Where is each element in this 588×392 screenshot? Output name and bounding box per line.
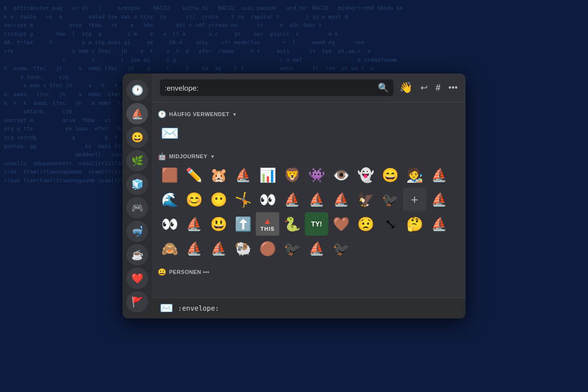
emoji-cell[interactable]: 🧑‍🎨 — [403, 163, 426, 187]
footer-emoji-label: :envelope: — [178, 304, 219, 312]
emoji-content: 🕐HÄUFIG VERWENDET▾✉️🤖MIDJOURNEY▾🟫✏️🐹⛵📊🦁👾… — [152, 102, 466, 297]
emoji-cell[interactable]: 🦁 — [280, 163, 304, 187]
emoji-cell[interactable]: ▲THIS — [256, 212, 279, 236]
section-header-midjourney[interactable]: 🤖MIDJOURNEY▾ — [158, 148, 460, 163]
emoji-cell[interactable]: 📊 — [256, 163, 279, 187]
emoji-cell[interactable]: 😄 — [378, 163, 402, 187]
section-label-haufig-verwendet: HÄUFIG VERWENDET — [169, 111, 229, 117]
emoji-cell[interactable]: 🙈 — [158, 237, 181, 260]
emoji-cell[interactable]: 👾 — [305, 163, 328, 187]
emoji-cell[interactable]: ⛵ — [182, 212, 206, 236]
emoji-cell[interactable]: 🦅 — [354, 188, 377, 211]
emoji-cell[interactable]: 🟤 — [256, 237, 279, 260]
emoji-cell[interactable]: 🐹 — [207, 163, 230, 187]
emoji-cell[interactable]: ⛵ — [427, 163, 451, 187]
emoji-cell[interactable]: ⛵ — [207, 237, 230, 260]
search-bar: 🔍 👋 ↩ # ••• — [152, 74, 466, 102]
emoji-cell[interactable]: ⬆️ — [231, 212, 255, 236]
emoji-sidebar: 🕐⛵😀🌿🧊🎮🤿☕❤️🚩 — [122, 74, 152, 318]
emoji-cell[interactable]: ⛵ — [182, 237, 206, 260]
emoji-cell[interactable]: 🌊 — [158, 188, 181, 211]
section-icon-personen: 😀 — [158, 268, 166, 276]
gamepad-icon[interactable]: 🎮 — [126, 197, 148, 219]
emoji-cell[interactable]: ⛵ — [305, 188, 328, 211]
emoji-cell[interactable]: ✏️ — [182, 163, 206, 187]
sail-icon[interactable]: ⛵ — [126, 103, 148, 124]
emoji-cell[interactable]: 🤸 — [231, 188, 255, 211]
section-label-personen: PERSONEN ••• — [169, 269, 209, 275]
emoji-cell[interactable]: 🐦‍⬛ — [378, 188, 402, 211]
emoji-cell[interactable]: 🤔 — [403, 212, 426, 236]
emoji-cell[interactable]: ⛵ — [329, 188, 353, 211]
emoji-cell[interactable]: ⛵ — [280, 188, 304, 211]
emoji-cell[interactable]: ⛵ — [305, 237, 328, 260]
section-header-personen[interactable]: 😀PERSONEN ••• — [158, 264, 460, 279]
emoji-cell[interactable]: 😊 — [182, 188, 206, 211]
emoji-cell[interactable]: ⛵ — [427, 188, 451, 211]
emoji-main-panel: 🔍 👋 ↩ # ••• 🕐HÄUFIG VERWENDET▾✉️🤖MIDJOUR… — [152, 74, 466, 318]
emoji-cell[interactable]: 😟 — [354, 212, 377, 236]
search-input-wrap[interactable]: 🔍 — [160, 79, 393, 96]
emoji-cell[interactable]: 😃 — [207, 212, 230, 236]
emoji-cell[interactable]: ✉️ — [158, 121, 181, 145]
emoji-cell[interactable]: ⛵ — [231, 163, 255, 187]
emoji-cell[interactable]: 🐏 — [231, 237, 255, 260]
emoji-cell[interactable]: + — [403, 188, 426, 211]
section-icon-haufig-verwendet: 🕐 — [158, 110, 166, 118]
leaf-icon[interactable]: 🌿 — [126, 150, 148, 172]
emoji-picker-modal: 🕐⛵😀🌿🧊🎮🤿☕❤️🚩 🔍 👋 ↩ # ••• 🕐HÄUFIG VERWENDE… — [122, 74, 466, 318]
emoji-cell[interactable]: 🟫 — [158, 163, 181, 187]
section-chevron-haufig-verwendet: ▾ — [233, 111, 236, 118]
emoji-cell[interactable]: 🤎 — [329, 212, 353, 236]
section-label-midjourney: MIDJOURNEY — [169, 153, 207, 159]
section-icon-midjourney: 🤖 — [158, 152, 166, 160]
back-button[interactable]: ↩ — [418, 80, 430, 95]
heart-icon[interactable]: ❤️ — [126, 268, 148, 289]
footer-emoji-icon: ✉️ — [160, 302, 173, 315]
emoji-cell[interactable]: 👻 — [354, 163, 377, 187]
emoji-grid-midjourney: 🟫✏️🐹⛵📊🦁👾👁️👻😄🧑‍🎨⛵🌊😊😶🤸👀⛵⛵⛵🦅🐦‍⬛+⛵👀⛵😃⬆️▲THIS… — [158, 163, 460, 264]
emoji-grid-haufig-verwendet: ✉️ — [158, 121, 460, 148]
search-input[interactable] — [165, 84, 375, 92]
emoji-cell[interactable]: ⛵ — [427, 212, 451, 236]
emoji-cell[interactable]: 👁️ — [329, 163, 353, 187]
emoji-cell[interactable]: 🐦‍⬛ — [329, 237, 353, 260]
emoji-cell[interactable]: 👀 — [256, 188, 279, 211]
flag-icon[interactable]: 🚩 — [126, 291, 148, 313]
cube-icon[interactable]: 🧊 — [126, 173, 148, 195]
emoji-cell[interactable]: ⤡ — [378, 212, 402, 236]
emoji-footer: ✉️ :envelope: — [152, 297, 466, 318]
emoji-cell[interactable]: 🐍 — [280, 212, 304, 236]
emoji-cell[interactable]: 👀 — [158, 212, 181, 236]
section-header-haufig-verwendet[interactable]: 🕐HÄUFIG VERWENDET▾ — [158, 106, 460, 121]
submarine-icon[interactable]: 🤿 — [126, 220, 148, 242]
emoji-cell[interactable]: TY! — [305, 212, 328, 236]
recent-icon[interactable]: 🕐 — [126, 79, 148, 101]
more-button[interactable]: ••• — [446, 81, 460, 95]
emoji-cell[interactable]: 😶 — [207, 188, 230, 211]
smile-icon[interactable]: 😀 — [126, 126, 148, 148]
search-icon[interactable]: 🔍 — [378, 82, 389, 93]
wave-button[interactable]: 👋 — [397, 79, 415, 96]
coffee-icon[interactable]: ☕ — [126, 244, 148, 266]
emoji-cell[interactable]: 🐦‍⬛ — [280, 237, 304, 260]
section-chevron-midjourney: ▾ — [211, 153, 214, 160]
hash-button[interactable]: # — [434, 81, 442, 95]
